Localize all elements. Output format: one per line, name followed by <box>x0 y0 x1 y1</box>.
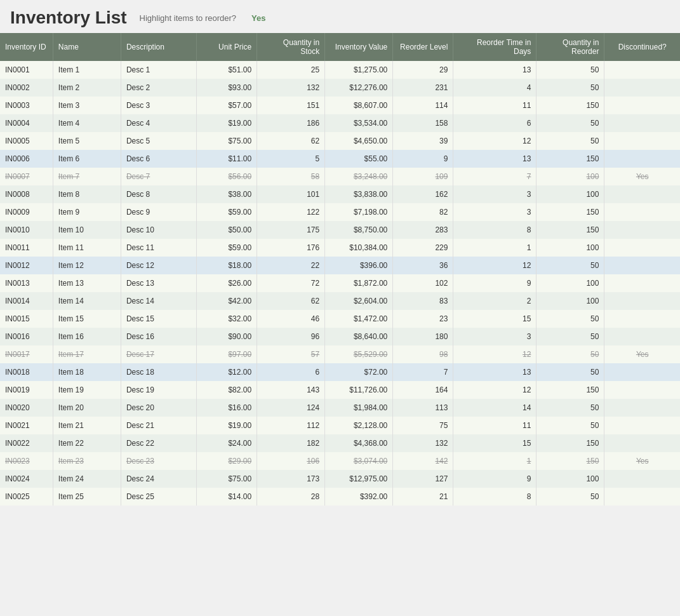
table-cell: 100 <box>537 274 604 292</box>
table-cell: 9 <box>453 470 537 488</box>
table-row: IN0016Item 16Desc 16$90.0096$8,640.00180… <box>0 328 680 345</box>
table-cell: 2 <box>453 292 537 310</box>
table-cell: IN0017 <box>0 345 53 363</box>
table-cell: 12 <box>453 345 537 363</box>
table-cell: $82.00 <box>196 381 257 399</box>
table-cell: IN0014 <box>0 292 53 310</box>
table-cell: Item 16 <box>53 328 121 345</box>
col-header-qty-stock: Quantity in Stock <box>257 33 325 61</box>
table-cell: IN0008 <box>0 185 53 203</box>
table-cell <box>604 221 680 239</box>
table-cell: 58 <box>257 168 325 185</box>
table-cell: IN0009 <box>0 203 53 221</box>
table-cell: 50 <box>537 363 604 381</box>
table-cell: Desc 6 <box>121 150 196 168</box>
table-cell: 3 <box>453 203 537 221</box>
table-cell: Item 12 <box>53 257 121 274</box>
table-cell: $11.00 <box>196 150 257 168</box>
table-cell: IN0005 <box>0 132 53 150</box>
table-cell: IN0019 <box>0 381 53 399</box>
table-cell: $18.00 <box>196 257 257 274</box>
table-cell: $7,198.00 <box>325 203 393 221</box>
table-cell: Item 7 <box>53 168 121 185</box>
table-cell: $38.00 <box>196 185 257 203</box>
table-row: IN0002Item 2Desc 2$93.00132$12,276.00231… <box>0 79 680 97</box>
table-cell: $50.00 <box>196 221 257 239</box>
table-cell: 101 <box>257 185 325 203</box>
table-cell: 176 <box>257 239 325 257</box>
table-cell <box>604 203 680 221</box>
table-cell: Item 18 <box>53 363 121 381</box>
page-title: Inventory List <box>10 8 127 28</box>
table-cell: 75 <box>393 417 453 434</box>
table-cell: Item 10 <box>53 221 121 239</box>
table-cell: $8,750.00 <box>325 221 393 239</box>
table-cell: $8,607.00 <box>325 97 393 114</box>
table-cell: 7 <box>453 168 537 185</box>
table-cell: Item 4 <box>53 114 121 132</box>
table-cell: Desc 23 <box>121 452 196 470</box>
table-cell: 14 <box>453 399 537 417</box>
table-cell: 83 <box>393 292 453 310</box>
table-cell: 1 <box>453 239 537 257</box>
table-cell: 21 <box>393 488 453 506</box>
table-row: IN0025Item 25Desc 25$14.0028$392.0021850 <box>0 488 680 506</box>
table-cell: 173 <box>257 470 325 488</box>
table-cell <box>604 97 680 114</box>
table-cell: $1,872.00 <box>325 274 393 292</box>
table-cell: Item 15 <box>53 310 121 328</box>
table-cell <box>604 185 680 203</box>
table-cell <box>604 257 680 274</box>
table-cell: Item 22 <box>53 434 121 452</box>
table-cell: Desc 2 <box>121 79 196 97</box>
table-cell: 96 <box>257 328 325 345</box>
table-cell: Desc 20 <box>121 399 196 417</box>
table-cell: Item 19 <box>53 381 121 399</box>
table-cell: IN0004 <box>0 114 53 132</box>
table-cell: Desc 25 <box>121 488 196 506</box>
table-cell: 12 <box>453 132 537 150</box>
table-cell: 100 <box>537 470 604 488</box>
table-cell: $59.00 <box>196 203 257 221</box>
table-cell: 46 <box>257 310 325 328</box>
table-cell: Yes <box>604 452 680 470</box>
table-cell: Yes <box>604 345 680 363</box>
table-row: IN0021Item 21Desc 21$19.00112$2,128.0075… <box>0 417 680 434</box>
table-cell: Item 20 <box>53 399 121 417</box>
table-cell: 150 <box>537 381 604 399</box>
table-cell: 142 <box>393 452 453 470</box>
table-cell <box>604 150 680 168</box>
table-cell: 6 <box>257 363 325 381</box>
table-cell: 102 <box>393 274 453 292</box>
table-cell: 13 <box>453 61 537 79</box>
table-cell: $24.00 <box>196 434 257 452</box>
col-header-desc: Description <box>121 33 196 61</box>
table-cell: 6 <box>453 114 537 132</box>
table-cell: $392.00 <box>325 488 393 506</box>
table-cell: 100 <box>537 185 604 203</box>
table-cell: Desc 21 <box>121 417 196 434</box>
table-row: IN0011Item 11Desc 11$59.00176$10,384.002… <box>0 239 680 257</box>
table-cell: 114 <box>393 97 453 114</box>
table-cell: $51.00 <box>196 61 257 79</box>
table-cell: Desc 10 <box>121 221 196 239</box>
table-cell <box>604 310 680 328</box>
table-row: IN0003Item 3Desc 3$57.00151$8,607.001141… <box>0 97 680 114</box>
table-cell: 9 <box>453 274 537 292</box>
table-cell: 132 <box>257 79 325 97</box>
table-cell: 50 <box>537 114 604 132</box>
table-cell <box>604 363 680 381</box>
table-cell: 132 <box>393 434 453 452</box>
table-cell: 229 <box>393 239 453 257</box>
table-cell: $3,838.00 <box>325 185 393 203</box>
table-cell: Item 13 <box>53 274 121 292</box>
table-row: IN0008Item 8Desc 8$38.00101$3,838.001623… <box>0 185 680 203</box>
table-cell: $59.00 <box>196 239 257 257</box>
table-cell: Desc 3 <box>121 97 196 114</box>
table-cell: Item 2 <box>53 79 121 97</box>
table-cell: 3 <box>453 185 537 203</box>
table-cell: 50 <box>537 257 604 274</box>
table-cell: Item 11 <box>53 239 121 257</box>
table-cell <box>604 132 680 150</box>
table-cell: 11 <box>453 97 537 114</box>
